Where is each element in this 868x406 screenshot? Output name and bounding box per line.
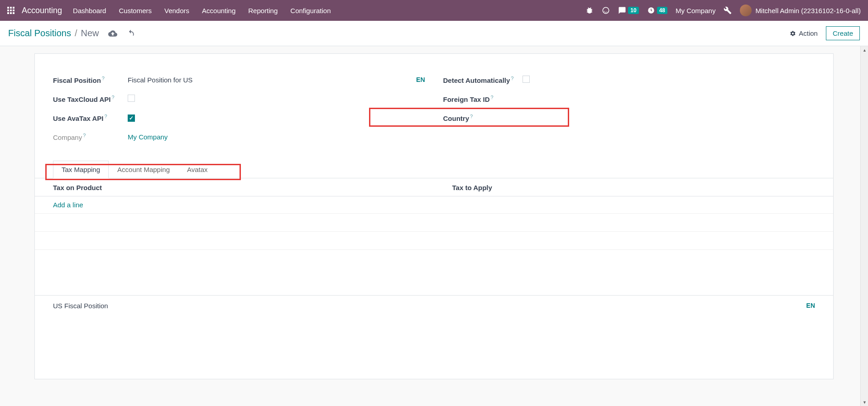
row-country: Country? bbox=[443, 108, 815, 127]
form-col-right: Detect Automatically? Foreign Tax ID? Co… bbox=[443, 70, 815, 146]
form-sheet: Fiscal Position? Fiscal Position for US … bbox=[34, 53, 834, 379]
action-label: Action bbox=[799, 29, 818, 37]
save-cloud-icon[interactable] bbox=[108, 29, 117, 38]
create-button[interactable]: Create bbox=[826, 26, 860, 40]
navbar-left: Accounting Dashboard Customers Vendors A… bbox=[7, 6, 331, 15]
scroll-up-icon[interactable]: ▲ bbox=[861, 46, 868, 54]
activities-badge: 48 bbox=[657, 7, 667, 14]
label-use-avatax: Use AvaTax API? bbox=[53, 114, 128, 122]
menu-accounting[interactable]: Accounting bbox=[202, 7, 235, 14]
scroll-down-icon[interactable]: ▼ bbox=[861, 398, 868, 406]
checkbox-taxcloud[interactable] bbox=[128, 95, 135, 102]
menu-configuration[interactable]: Configuration bbox=[290, 7, 331, 14]
label-detect-auto: Detect Automatically? bbox=[443, 76, 523, 84]
breadcrumb-current: New bbox=[81, 28, 99, 38]
checkbox-detect-auto[interactable] bbox=[523, 76, 530, 83]
label-use-taxcloud: Use TaxCloud API? bbox=[53, 95, 128, 103]
navbar: Accounting Dashboard Customers Vendors A… bbox=[0, 0, 868, 21]
discard-icon[interactable] bbox=[126, 29, 135, 38]
user-name: Mitchell Admin (22316102-16-0-all) bbox=[755, 7, 861, 14]
table-row-add: Add a line bbox=[35, 196, 833, 214]
apps-icon[interactable] bbox=[7, 7, 14, 14]
breadcrumb: Fiscal Positions / New bbox=[8, 28, 99, 38]
gear-icon bbox=[790, 30, 796, 37]
messages-icon[interactable]: 10 bbox=[618, 6, 638, 14]
breadcrumb-icons bbox=[108, 29, 135, 38]
messages-badge: 10 bbox=[628, 7, 638, 14]
activities-icon[interactable]: 48 bbox=[647, 6, 667, 14]
row-use-avatax: Use AvaTax API? bbox=[53, 108, 425, 127]
value-use-avatax bbox=[128, 114, 425, 122]
main-content: Fiscal Position? Fiscal Position for US … bbox=[0, 46, 868, 406]
tab-avatax[interactable]: Avatax bbox=[178, 161, 216, 178]
table-row-blank bbox=[35, 250, 833, 268]
row-detect-auto: Detect Automatically? bbox=[443, 70, 815, 89]
table-row-blank bbox=[35, 232, 833, 250]
tabs: Tax Mapping Account Mapping Avatax bbox=[35, 161, 833, 178]
add-line-link[interactable]: Add a line bbox=[53, 201, 83, 209]
user-menu[interactable]: Mitchell Admin (22316102-16-0-all) bbox=[740, 5, 861, 16]
checkbox-avatax[interactable] bbox=[128, 115, 135, 122]
breadcrumb-parent[interactable]: Fiscal Positions bbox=[8, 28, 71, 38]
tools-icon[interactable] bbox=[724, 6, 732, 14]
form-top: Fiscal Position? Fiscal Position for US … bbox=[35, 54, 833, 151]
support-icon[interactable] bbox=[602, 6, 610, 14]
menu-reporting[interactable]: Reporting bbox=[248, 7, 278, 14]
help-icon[interactable]: ? bbox=[104, 114, 107, 119]
navbar-menu: Dashboard Customers Vendors Accounting R… bbox=[73, 7, 331, 14]
menu-vendors[interactable]: Vendors bbox=[164, 7, 189, 14]
navbar-right: 10 48 My Company Mitchell Admin (2231610… bbox=[585, 5, 861, 16]
form-col-left: Fiscal Position? Fiscal Position for US … bbox=[53, 70, 425, 146]
label-company: Company? bbox=[53, 133, 128, 141]
table-container: Tax on Product Tax to Apply Add a line bbox=[35, 178, 833, 268]
help-icon[interactable]: ? bbox=[102, 76, 105, 81]
row-fiscal-position: Fiscal Position? Fiscal Position for US … bbox=[53, 70, 425, 89]
value-use-taxcloud bbox=[128, 95, 425, 103]
tab-tax-mapping[interactable]: Tax Mapping bbox=[53, 161, 109, 178]
svg-point-0 bbox=[603, 7, 609, 14]
notes-section: US Fiscal Position EN bbox=[35, 295, 833, 316]
avatar bbox=[740, 5, 752, 16]
value-company[interactable]: My Company bbox=[128, 133, 425, 141]
tax-mapping-table: Tax on Product Tax to Apply Add a line bbox=[35, 178, 833, 268]
notes-lang-badge[interactable]: EN bbox=[806, 302, 815, 309]
control-bar: Fiscal Positions / New Action Create bbox=[0, 21, 868, 46]
label-foreign-tax: Foreign Tax ID? bbox=[443, 95, 523, 103]
menu-customers[interactable]: Customers bbox=[119, 7, 152, 14]
menu-dashboard[interactable]: Dashboard bbox=[73, 7, 106, 14]
col-tax-to-apply[interactable]: Tax to Apply bbox=[434, 178, 834, 196]
help-icon[interactable]: ? bbox=[491, 95, 494, 100]
value-fiscal-position[interactable]: Fiscal Position for US bbox=[128, 76, 425, 84]
table-row-blank bbox=[35, 214, 833, 232]
tab-account-mapping[interactable]: Account Mapping bbox=[109, 161, 178, 178]
action-button[interactable]: Action bbox=[790, 29, 818, 37]
notes-text[interactable]: US Fiscal Position bbox=[53, 302, 108, 310]
row-company: Company? My Company bbox=[53, 127, 425, 146]
row-foreign-tax: Foreign Tax ID? bbox=[443, 89, 815, 108]
help-icon[interactable]: ? bbox=[511, 76, 513, 81]
navbar-brand[interactable]: Accounting bbox=[22, 6, 62, 15]
col-tax-on-product[interactable]: Tax on Product bbox=[35, 178, 434, 196]
debug-icon[interactable] bbox=[585, 6, 594, 14]
lang-badge[interactable]: EN bbox=[416, 76, 425, 83]
help-icon[interactable]: ? bbox=[112, 95, 115, 100]
scrollbar[interactable]: ▲ ▼ bbox=[860, 46, 868, 406]
row-use-taxcloud: Use TaxCloud API? bbox=[53, 89, 425, 108]
help-icon[interactable]: ? bbox=[83, 133, 86, 138]
control-bar-right: Action Create bbox=[790, 26, 860, 40]
value-detect-auto bbox=[523, 76, 815, 84]
help-icon[interactable]: ? bbox=[470, 114, 473, 119]
label-fiscal-position: Fiscal Position? bbox=[53, 76, 128, 84]
label-country: Country? bbox=[443, 114, 523, 122]
company-switcher[interactable]: My Company bbox=[676, 7, 715, 14]
breadcrumb-sep: / bbox=[75, 28, 77, 38]
